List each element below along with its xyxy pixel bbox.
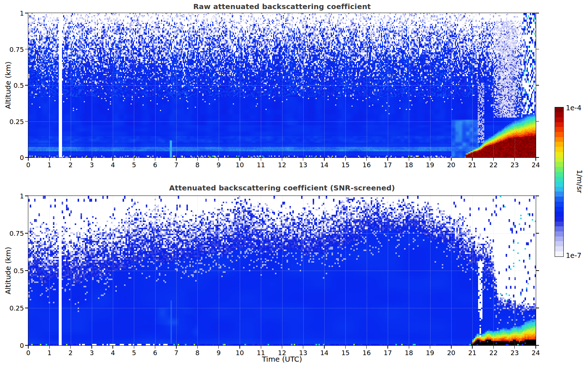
bottom-heatmap-canvas: [28, 196, 536, 345]
y-tick-mark: [536, 49, 539, 49]
x-tick-label: 17: [384, 349, 392, 357]
x-tick-mark: [91, 346, 92, 349]
x-tick-label: 9: [217, 161, 221, 169]
y-tick-label: 0.25: [2, 118, 24, 125]
x-tick-label: 10: [235, 161, 244, 169]
x-tick-mark: [535, 158, 536, 161]
top-panel-title: Raw attenuated backscattering coefficien…: [28, 2, 536, 11]
x-tick-label: 24: [532, 349, 540, 357]
figure: Raw attenuated backscattering coefficien…: [0, 0, 588, 370]
x-tick-mark: [409, 346, 409, 349]
x-tick-label: 22: [489, 161, 498, 169]
x-tick-mark: [197, 346, 198, 349]
x-tick-label: 13: [299, 349, 307, 357]
x-tick-label: 4: [111, 161, 115, 169]
y-tick-mark: [536, 13, 539, 13]
y-tick-mark: [536, 85, 539, 85]
x-tick-mark: [514, 346, 515, 349]
x-tick-mark: [282, 158, 282, 161]
colorbar-unit-label: 1/m/sr: [575, 170, 584, 193]
x-tick-mark: [261, 346, 261, 349]
x-tick-label: 23: [510, 161, 519, 169]
y-tick-label: 0.25: [2, 304, 24, 312]
x-tick-mark: [134, 158, 134, 161]
y-tick-label: 0: [2, 342, 24, 349]
x-tick-mark: [493, 346, 494, 349]
x-tick-mark: [239, 158, 240, 161]
y-tick-mark: [536, 345, 539, 345]
y-tick-mark: [25, 270, 28, 271]
x-tick-label: 12: [278, 161, 286, 169]
y-tick-label: 0.75: [2, 45, 24, 53]
x-tick-mark: [409, 158, 409, 161]
x-tick-mark: [345, 158, 346, 161]
x-tick-label: 3: [90, 161, 94, 169]
x-tick-label: 8: [196, 349, 200, 357]
y-tick-mark: [25, 121, 28, 122]
x-tick-mark: [366, 346, 367, 349]
x-tick-mark: [451, 158, 451, 161]
x-tick-label: 18: [405, 161, 413, 169]
x-tick-mark: [155, 158, 155, 161]
x-tick-mark: [197, 158, 198, 161]
y-tick-mark: [25, 157, 28, 157]
x-tick-label: 21: [468, 349, 477, 357]
x-tick-label: 24: [532, 161, 540, 169]
x-tick-label: 19: [426, 161, 434, 169]
x-tick-mark: [345, 346, 346, 349]
x-tick-mark: [451, 346, 451, 349]
bottom-panel-title: Attenuated backscattering coefficient (S…: [28, 184, 536, 192]
x-tick-label: 2: [69, 161, 73, 169]
x-tick-label: 14: [320, 349, 329, 357]
colorbar-gradient: [555, 107, 563, 256]
x-tick-label: 5: [132, 349, 136, 357]
y-tick-label: 0.75: [2, 230, 24, 237]
x-tick-mark: [49, 158, 50, 161]
x-tick-label: 4: [111, 349, 115, 357]
x-tick-label: 16: [362, 161, 371, 169]
x-tick-label: 20: [447, 161, 455, 169]
y-tick-mark: [25, 85, 28, 85]
y-tick-mark: [536, 270, 539, 271]
x-tick-mark: [218, 158, 219, 161]
x-tick-mark: [218, 346, 219, 349]
y-tick-mark: [536, 308, 539, 308]
x-tick-mark: [28, 346, 28, 349]
x-tick-label: 15: [341, 349, 350, 357]
y-tick-mark: [25, 308, 28, 308]
x-tick-label: 9: [217, 349, 221, 357]
x-tick-mark: [430, 158, 430, 161]
x-tick-mark: [261, 158, 261, 161]
x-tick-mark: [324, 346, 324, 349]
colorbar-max-label: 1e-4: [566, 104, 581, 112]
x-tick-label: 1: [48, 349, 52, 357]
y-tick-label: 1: [2, 9, 24, 17]
x-tick-label: 15: [341, 161, 350, 169]
x-tick-label: 18: [405, 349, 413, 357]
x-tick-label: 20: [447, 349, 455, 357]
x-tick-label: 6: [153, 349, 157, 357]
x-tick-label: 11: [257, 161, 265, 169]
y-tick-mark: [536, 196, 539, 196]
x-tick-mark: [282, 346, 282, 349]
x-tick-mark: [324, 158, 324, 161]
x-tick-mark: [239, 346, 240, 349]
x-tick-label: 8: [196, 161, 200, 169]
y-tick-mark: [25, 13, 28, 13]
x-tick-mark: [134, 346, 134, 349]
colorbar: [555, 107, 564, 257]
y-tick-label: 0: [2, 154, 24, 161]
x-tick-label: 6: [153, 161, 157, 169]
x-tick-mark: [112, 346, 113, 349]
x-tick-label: 14: [320, 161, 329, 169]
x-tick-label: 17: [384, 161, 392, 169]
y-tick-label: 0.5: [2, 82, 24, 89]
x-tick-mark: [472, 346, 472, 349]
y-tick-mark: [536, 121, 539, 122]
x-tick-label: 10: [235, 349, 244, 357]
x-tick-mark: [366, 158, 367, 161]
x-tick-label: 1: [48, 161, 52, 169]
x-tick-label: 0: [26, 349, 30, 357]
x-tick-label: 7: [174, 161, 178, 169]
x-tick-label: 19: [426, 349, 434, 357]
